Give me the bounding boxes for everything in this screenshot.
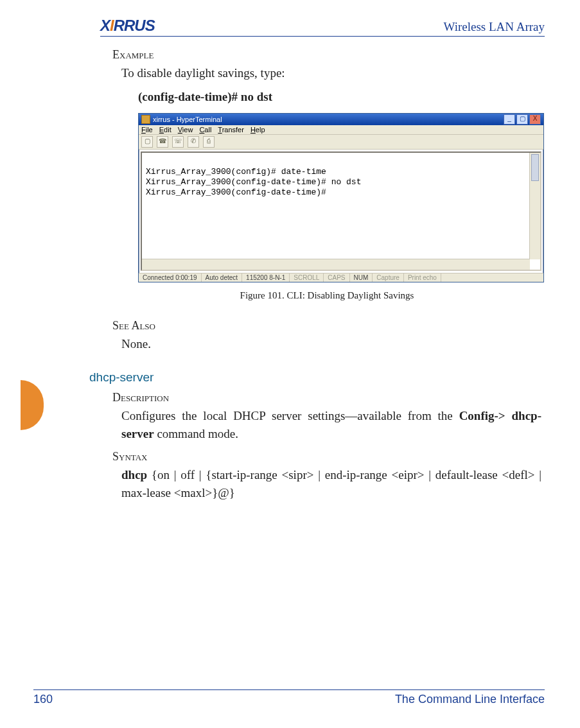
page-content: Example To disable daylight savings, typ… [112, 48, 541, 509]
page-header: XIRRUS Wireless LAN Array [100, 18, 545, 37]
dhcp-desc-post: command mode. [154, 427, 238, 440]
example-heading: Example [112, 48, 541, 62]
dhcp-syntax-bold: dhcp [121, 468, 147, 481]
status-echo: Print echo [404, 273, 441, 282]
dhcp-desc-pre: Configures the local DHCP server setting… [121, 409, 459, 422]
see-also-heading: See Also [112, 319, 541, 333]
example-command: (config-date-time)# no dst [138, 90, 541, 104]
status-caps: CAPS [324, 273, 349, 282]
dhcp-description-heading: Description [112, 391, 541, 404]
tb-open-icon[interactable]: ☎ [157, 136, 168, 148]
status-connected: Connected 0:00:19 [139, 273, 202, 282]
tb-hangup-icon[interactable]: ✆ [188, 136, 199, 148]
ht-terminal: Xirrus_Array_3900(config)# date-time Xir… [141, 152, 541, 271]
section-name: The Command Line Interface [395, 693, 545, 706]
term-line-1: Xirrus_Array_3900(config)# date-time [146, 167, 326, 177]
ht-titlebar: xirrus - HyperTerminal _ ▢ X [139, 114, 543, 125]
menu-transfer[interactable]: Transfer [218, 126, 244, 134]
figure-caption: Figure 101. CLI: Disabling Daylight Savi… [112, 290, 541, 301]
ht-app-icon [141, 115, 150, 124]
status-num: NUM [350, 273, 373, 282]
ht-vscrollbar[interactable] [529, 153, 540, 259]
see-also-body: None. [121, 335, 541, 353]
ht-menubar: File Edit View Call Transfer Help [139, 125, 543, 135]
tb-new-icon[interactable]: ▢ [141, 136, 153, 148]
menu-view[interactable]: View [178, 126, 193, 134]
dhcp-section-title: dhcp-server [89, 370, 541, 385]
xirrus-logo: XIRRUS [100, 17, 155, 35]
menu-file[interactable]: File [141, 126, 153, 134]
product-name: Wireless LAN Array [443, 20, 545, 34]
minimize-button[interactable]: _ [504, 114, 515, 125]
status-port: 115200 8-N-1 [242, 273, 290, 282]
dhcp-syntax-heading: Syntax [112, 450, 541, 464]
close-button[interactable]: X [529, 114, 541, 125]
maximize-button[interactable]: ▢ [516, 114, 528, 125]
dhcp-description-body: Configures the local DHCP server setting… [121, 407, 541, 442]
status-detect: Auto detect [202, 273, 243, 282]
page-number: 160 [33, 693, 53, 706]
ht-statusbar: Connected 0:00:19 Auto detect 115200 8-N… [139, 273, 543, 282]
dhcp-syntax-body: dhcp {on | off | {start-ip-range <sipr> … [121, 466, 541, 501]
term-line-2: Xirrus_Array_3900(config-date-time)# no … [146, 177, 361, 187]
status-capture: Capture [373, 273, 404, 282]
figure-hyperterminal: xirrus - HyperTerminal _ ▢ X File Edit V… [138, 113, 541, 282]
hyperterminal-window: xirrus - HyperTerminal _ ▢ X File Edit V… [138, 113, 544, 282]
status-scroll: SCROLL [290, 273, 324, 282]
menu-call[interactable]: Call [199, 126, 211, 134]
side-tab-decor [21, 380, 44, 430]
page-footer: 160 The Command Line Interface [33, 689, 545, 706]
tb-call-icon[interactable]: ☏ [172, 136, 184, 148]
ht-toolbar: ▢ ☎ ☏ ✆ ⎙ [139, 135, 543, 150]
ht-window-buttons: _ ▢ X [504, 114, 541, 125]
menu-edit[interactable]: Edit [159, 126, 171, 134]
term-line-3: Xirrus_Array_3900(config-date-time)# [146, 187, 326, 197]
ht-hscrollbar[interactable] [142, 259, 530, 270]
ht-title-text: xirrus - HyperTerminal [153, 114, 222, 125]
tb-send-icon[interactable]: ⎙ [203, 136, 215, 148]
logo-text-pre: X [100, 17, 110, 34]
example-intro: To disable daylight savings, type: [121, 64, 541, 82]
logo-text-post: RRUS [114, 17, 155, 34]
dhcp-syntax-rest: {on | off | {start-ip-range <sipr> | end… [121, 468, 541, 499]
menu-help[interactable]: Help [250, 126, 265, 134]
